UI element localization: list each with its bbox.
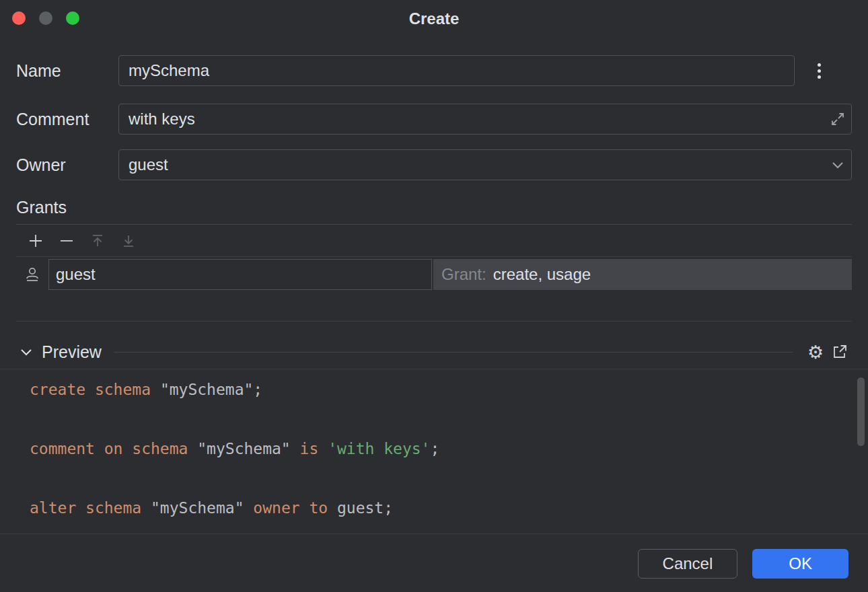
titlebar: Create bbox=[0, 0, 868, 38]
chevron-down-icon bbox=[20, 348, 32, 356]
user-icon bbox=[16, 266, 48, 283]
ok-button[interactable]: OK bbox=[752, 549, 848, 579]
grants-empty-area bbox=[16, 290, 852, 321]
open-in-editor-button[interactable] bbox=[828, 340, 852, 363]
preview-code-panel: create schema "mySchema"; comment on sch… bbox=[0, 369, 868, 534]
create-dialog: Create Name Comment bbox=[0, 0, 868, 579]
comment-input[interactable] bbox=[119, 104, 824, 134]
kebab-icon bbox=[818, 69, 821, 73]
remove-grant-button[interactable] bbox=[51, 227, 82, 254]
dialog-footer: Cancel OK bbox=[0, 549, 868, 579]
preview-title: Preview bbox=[42, 342, 102, 362]
add-grant-button[interactable] bbox=[20, 227, 51, 254]
owner-label: Owner bbox=[16, 155, 118, 175]
window-title: Create bbox=[409, 9, 460, 28]
minimize-window-button[interactable] bbox=[39, 11, 52, 25]
preview-toggle[interactable]: Preview bbox=[20, 342, 102, 362]
zoom-window-button[interactable] bbox=[66, 11, 79, 25]
code-line bbox=[30, 464, 868, 493]
preview-scrollbar[interactable] bbox=[857, 377, 865, 446]
name-input[interactable] bbox=[119, 56, 794, 85]
cancel-button[interactable]: Cancel bbox=[638, 549, 738, 579]
name-row: Name bbox=[16, 55, 852, 86]
code-line: alter schema "mySchema" owner to guest; bbox=[30, 493, 868, 523]
move-up-icon bbox=[90, 233, 105, 248]
grant-cell-value: create, usage bbox=[493, 265, 591, 284]
grants-toolbar bbox=[16, 225, 852, 257]
move-down-button[interactable] bbox=[113, 227, 144, 254]
preview-code: create schema "mySchema"; comment on sch… bbox=[30, 375, 868, 523]
grantee-input[interactable] bbox=[49, 265, 431, 284]
owner-select-value: guest bbox=[119, 155, 824, 174]
remove-icon bbox=[59, 233, 75, 249]
kebab-icon bbox=[818, 75, 821, 79]
move-down-icon bbox=[121, 233, 136, 248]
comment-row: Comment bbox=[16, 104, 852, 135]
preview-header: Preview ⚙ bbox=[0, 340, 868, 363]
close-window-button[interactable] bbox=[12, 11, 26, 25]
comment-field bbox=[118, 104, 852, 135]
expand-editor-icon[interactable] bbox=[824, 112, 851, 126]
grants-label: Grants bbox=[0, 198, 868, 217]
grants-panel: Grant: create, usage bbox=[16, 224, 852, 322]
code-line: comment on schema "mySchema" is 'with ke… bbox=[30, 434, 868, 464]
form: Name Comment bbox=[0, 55, 868, 180]
name-label: Name bbox=[16, 61, 118, 81]
move-up-button[interactable] bbox=[82, 227, 113, 254]
preview-divider bbox=[114, 352, 793, 353]
add-icon bbox=[28, 233, 44, 249]
chevron-down-icon bbox=[824, 161, 851, 169]
code-line bbox=[30, 404, 868, 434]
kebab-icon bbox=[818, 63, 821, 67]
grant-cell[interactable]: Grant: create, usage bbox=[433, 259, 852, 290]
code-line: create schema "mySchema"; bbox=[30, 375, 868, 404]
name-field bbox=[118, 55, 795, 86]
preview-settings-button[interactable]: ⚙ bbox=[803, 340, 828, 363]
grant-cell-label: Grant: bbox=[441, 265, 486, 284]
grantee-field bbox=[48, 259, 432, 290]
owner-select[interactable]: guest bbox=[118, 149, 852, 180]
gear-icon: ⚙ bbox=[807, 343, 824, 361]
open-in-editor-icon bbox=[832, 344, 848, 360]
more-options-button[interactable] bbox=[804, 56, 834, 85]
comment-label: Comment bbox=[16, 110, 118, 129]
grant-row: Grant: create, usage bbox=[16, 258, 852, 290]
traffic-lights bbox=[12, 11, 79, 25]
owner-row: Owner guest bbox=[16, 149, 852, 180]
